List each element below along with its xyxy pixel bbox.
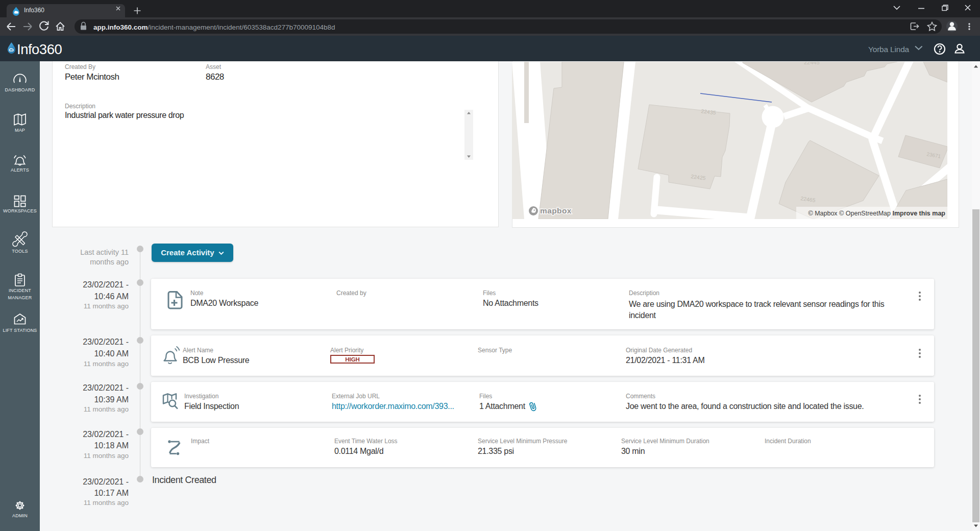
svg-text:mapbox: mapbox — [540, 206, 572, 215]
svg-text:22445: 22445 — [804, 62, 820, 65]
svg-text:© Mapbox © OpenStreetMap Impro: © Mapbox © OpenStreetMap Improve this ma… — [808, 210, 945, 217]
